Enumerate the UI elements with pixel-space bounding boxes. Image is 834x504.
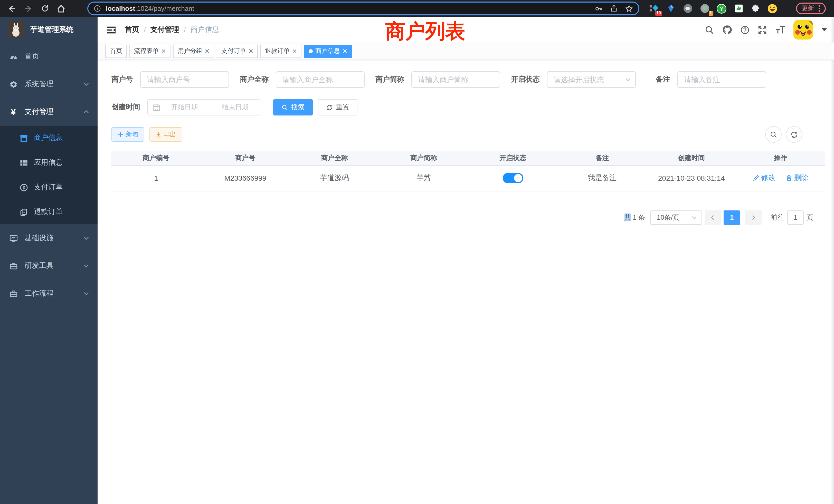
extension-proxy-icon[interactable]: 1 (699, 3, 710, 14)
remark-input[interactable] (677, 71, 766, 88)
gear-icon (9, 80, 18, 89)
github-icon[interactable] (722, 25, 732, 35)
fullscreen-icon[interactable] (758, 25, 767, 35)
avatar-caret-down-icon[interactable] (822, 28, 827, 31)
tab-process-form[interactable]: 流程表单 (129, 44, 171, 58)
tab-refund-orders[interactable]: 退款订单 (260, 44, 302, 58)
toggle-knob (514, 174, 522, 182)
browser-reload-icon[interactable] (38, 2, 51, 15)
goto-page: 前往 页 (771, 210, 813, 225)
close-icon[interactable] (292, 49, 297, 53)
bookmark-star-icon[interactable] (625, 4, 633, 13)
address-bar[interactable]: localhost:1024/pay/merchant (87, 2, 639, 16)
hide-search-button[interactable] (765, 126, 782, 143)
extension-diamond-icon[interactable]: 10 (649, 3, 659, 14)
extension-kite-icon[interactable] (665, 3, 676, 14)
yen-circle-icon (19, 183, 28, 192)
sidebar-item-merchant-info[interactable]: 商户信息 (0, 126, 97, 151)
app-logo-avatar (8, 22, 24, 38)
prev-page-button[interactable] (705, 210, 721, 225)
delete-link[interactable]: 删除 (786, 174, 808, 183)
sidebar-fold-icon[interactable] (106, 25, 116, 35)
tab-pay-orders[interactable]: 支付订单 (217, 44, 258, 58)
extension-badge: 1 (708, 10, 713, 16)
short-name-input[interactable] (411, 71, 500, 88)
page-1-button[interactable]: 1 (724, 210, 740, 225)
status-select-input[interactable] (547, 71, 636, 88)
cell-status (468, 165, 558, 191)
user-avatar[interactable] (793, 20, 813, 40)
browser-toolbar: localhost:1024/pay/merchant 10 1 Y (0, 0, 834, 17)
pagination-total: 共 1 条 (624, 213, 645, 222)
sidebar-item-infrastructure[interactable]: 基础设施 (0, 224, 97, 252)
next-page-button[interactable] (745, 210, 762, 225)
shop-icon (19, 134, 28, 142)
pagination: 共 1 条 10条/页 1 前往 页 (111, 210, 826, 225)
sidebar-item-payment[interactable]: ¥ 支付管理 (0, 98, 97, 126)
share-icon[interactable] (610, 5, 618, 12)
payment-submenu: 商户信息 应用信息 支付订单 退款订单 (0, 126, 97, 224)
sidebar-item-refund-orders[interactable]: 退款订单 (0, 200, 97, 224)
navbar-actions (705, 20, 827, 40)
close-icon[interactable] (248, 49, 253, 53)
search-button[interactable]: 搜索 (273, 99, 313, 115)
red-annotation-text: 商户列表 (385, 18, 465, 45)
header-search-icon[interactable] (705, 25, 714, 35)
site-info-icon[interactable] (93, 5, 101, 12)
goto-page-input[interactable] (787, 210, 804, 225)
close-icon[interactable] (161, 49, 166, 53)
full-name-label: 商户全称 (240, 75, 269, 84)
export-button[interactable]: 导出 (150, 127, 182, 142)
close-icon[interactable] (205, 49, 210, 53)
browser-forward-icon[interactable] (22, 2, 35, 15)
tab-home[interactable]: 首页 (105, 44, 127, 58)
edit-link[interactable]: 修改 (753, 174, 775, 183)
refresh-button[interactable] (786, 126, 802, 143)
profile-emoji-avatar[interactable] (767, 3, 777, 14)
date-range-picker[interactable]: 开始日期 - 结束日期 (147, 99, 260, 115)
full-name-input[interactable] (276, 71, 365, 88)
help-icon[interactable] (740, 25, 750, 35)
filter-row-1: 商户号 商户全称 商户简称 开启状态 (111, 71, 826, 88)
app-logo-row[interactable]: 芋道管理系统 (0, 17, 97, 43)
cell-merchant-id: 1 (111, 165, 201, 191)
breadcrumb-section[interactable]: 支付管理 (151, 25, 179, 35)
sidebar-item-system[interactable]: 系统管理 (0, 70, 97, 98)
close-icon[interactable] (343, 49, 347, 53)
app-title: 芋道管理系统 (30, 25, 73, 35)
extensions-puzzle-icon[interactable] (750, 3, 761, 14)
status-toggle-on[interactable] (503, 173, 523, 183)
tab-user-group[interactable]: 用户分组 (173, 44, 214, 58)
breadcrumb-separator: / (144, 26, 146, 34)
end-date-placeholder[interactable]: 结束日期 (215, 102, 255, 112)
start-date-placeholder[interactable]: 开始日期 (164, 102, 205, 112)
reset-button[interactable]: 重置 (318, 99, 357, 115)
sidebar-item-app-info[interactable]: 应用信息 (0, 151, 97, 175)
extension-command-icon[interactable] (682, 3, 693, 14)
yen-icon: ¥ (9, 108, 18, 116)
sidebar-item-dev-tools[interactable]: 研发工具 (0, 252, 97, 280)
browser-menu-icon[interactable] (818, 5, 820, 12)
sidebar-item-home[interactable]: 首页 (0, 43, 97, 70)
password-key-icon[interactable] (595, 4, 603, 13)
calendar-icon (153, 104, 160, 111)
merchant-no-input[interactable] (140, 71, 229, 88)
merchant-table: 商户编号 商户号 商户全称 商户简称 开启状态 备注 创建时间 操作 1 (111, 152, 825, 191)
chrome-update-button[interactable]: 更新 (796, 3, 826, 14)
add-button[interactable]: 新增 (111, 127, 144, 142)
breadcrumb-home[interactable]: 首页 (125, 25, 139, 35)
browser-home-icon[interactable] (54, 2, 68, 15)
tab-merchant-info[interactable]: 商户信息 (304, 44, 352, 58)
status-select[interactable] (547, 71, 636, 88)
range-separator: - (209, 104, 211, 111)
extension-leaf-icon[interactable] (733, 3, 744, 14)
briefcase-icon (9, 289, 18, 298)
col-created-at: 创建时间 (647, 152, 736, 165)
sidebar-item-pay-orders[interactable]: 支付订单 (0, 175, 97, 200)
sidebar-item-workflow[interactable]: 工作流程 (0, 280, 97, 307)
cell-created-at: 2021-10-23 08:31:14 (647, 165, 736, 191)
extension-y-icon[interactable]: Y (717, 3, 727, 14)
browser-back-icon[interactable] (5, 2, 19, 15)
font-size-icon[interactable] (775, 25, 786, 35)
page-size-select[interactable]: 10条/页 (650, 210, 702, 225)
